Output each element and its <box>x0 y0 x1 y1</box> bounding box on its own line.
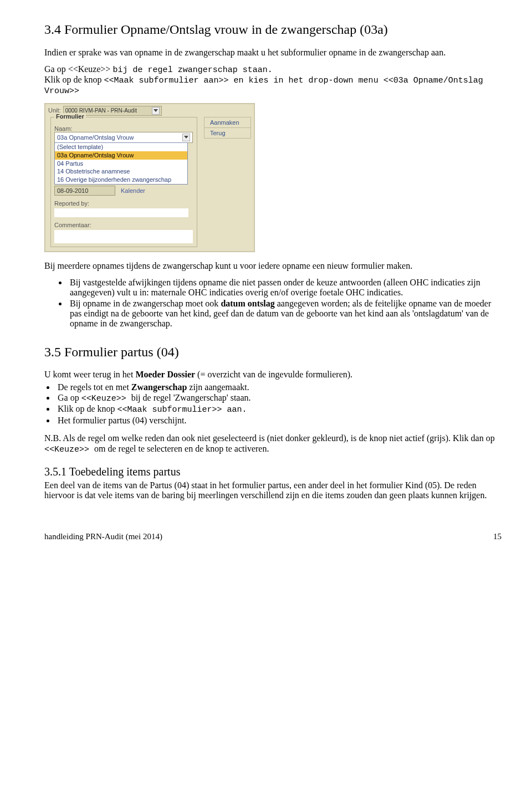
code-keuze-2: <<Keuze>> <box>44 445 94 454</box>
chevron-down-icon[interactable] <box>182 134 190 141</box>
naam-label: Naam: <box>54 125 193 132</box>
code-keuze: <<Keuze>> <box>81 394 131 403</box>
para-35a: U komt weer terug in het Moeder Dossier … <box>44 370 502 380</box>
screenshot-formulier: Unit: 0000 RIVM-PAN - PRN-Audit Formulie… <box>44 103 255 252</box>
footer-left: handleiding PRN-Audit (mei 2014) <box>44 532 162 541</box>
reported-by-input[interactable] <box>54 208 188 217</box>
combo-item[interactable]: 14 Obstetrische anamnese <box>55 167 187 176</box>
bullet-list-34: Bij vastgestelde afwijkingen tijdens opn… <box>44 278 502 329</box>
bold-datum-ontslag: datum ontslag <box>221 299 274 308</box>
bullet-list-35: De regels tot en met Zwangerschap zijn a… <box>44 382 502 426</box>
para-34d: Bij meerdere opnames tijdens de zwangers… <box>44 261 502 271</box>
combo-item[interactable]: (Select template) <box>55 143 187 151</box>
combo-item[interactable]: 04 Partus <box>55 160 187 168</box>
bold-zwangerschap: Zwangerschap <box>131 382 187 392</box>
li-text: zijn aangemaakt. <box>187 382 249 392</box>
para-35b-text2: om de regel te selecteren en de knop te … <box>94 444 269 453</box>
reported-date-field[interactable]: 08-09-2010 <box>54 186 115 196</box>
list-item: Het formulier partus (04) verschijnt. <box>55 416 502 426</box>
para-351: Een deel van de items van de Partus (04)… <box>44 480 502 501</box>
code-maak-subformulier: <<Maak subformulier>> aan. <box>117 405 247 415</box>
list-item: De regels tot en met Zwangerschap zijn a… <box>55 382 502 392</box>
li-text: bij de regel 'Zwangerschap' staan. <box>131 393 251 402</box>
list-item: Bij opname in de zwangerschap moet ook d… <box>68 299 502 329</box>
para-35b-text: N.B. Als de regel om welke reden dan ook… <box>44 433 495 443</box>
list-item: Bij vastgestelde afwijkingen tijdens opn… <box>68 278 502 298</box>
para-35b: N.B. Als de regel om welke reden dan ook… <box>44 433 502 454</box>
combo-selected: 03a Opname/Ontslag Vrouw <box>57 134 134 141</box>
combo-item[interactable]: 03a Opname/Ontslag Vrouw <box>55 151 187 160</box>
list-item: Klik op de knop <<Maak subformulier>> aa… <box>55 404 502 415</box>
footer-page-number: 15 <box>493 532 502 541</box>
heading-3-5: 3.5 Formulier partus (04) <box>44 345 502 360</box>
li-text: Klik op de knop <box>58 404 117 413</box>
combo-item[interactable]: 16 Overige bijzonderheden zwangerschap <box>55 176 187 184</box>
heading-3-5-1: 3.5.1 Toebedeling items partus <box>44 465 502 478</box>
kalender-link[interactable]: Kalender <box>121 187 145 195</box>
commentaar-label: Commentaar: <box>54 222 193 229</box>
li-text: Ga op <box>58 393 81 402</box>
para-34b-lead: Ga op <<Keuze>> <box>44 64 113 74</box>
combo-dropdown-list: (Select template) 03a Opname/Ontslag Vro… <box>54 142 188 184</box>
para-34c-lead: Klik op de knop <box>44 75 104 84</box>
para-34c-code: <<Maak subformulier aan>> en kies in het… <box>44 76 483 96</box>
li-text: Bij opname in de zwangerschap moet ook <box>70 299 221 308</box>
li-text: De regels tot en met <box>58 382 131 392</box>
group-title: Formulier <box>54 113 86 120</box>
terug-button[interactable]: Terug <box>204 127 251 139</box>
page-footer: handleiding PRN-Audit (mei 2014) 15 <box>44 532 502 541</box>
template-combobox[interactable]: 03a Opname/Ontslag Vrouw <box>54 132 193 143</box>
para-35a-3: (= overzicht van de ingevulde formuliere… <box>195 370 352 379</box>
bold-moeder-dossier: Moeder Dossier <box>135 370 195 379</box>
para-35a-1: U komt weer terug in het <box>44 370 135 379</box>
commentaar-textarea[interactable] <box>54 230 193 243</box>
para-34a: Indien er sprake was van opname in de zw… <box>44 48 502 58</box>
para-34b-code: bij de regel zwangerschap staan. <box>113 65 273 75</box>
aanmaken-button[interactable]: Aanmaken <box>204 117 251 128</box>
reported-by-label: Reported by: <box>54 200 193 207</box>
chevron-down-icon[interactable] <box>152 107 160 115</box>
para-34b: Ga op <<Keuze>> bij de regel zwangerscha… <box>44 64 502 96</box>
heading-3-4: 3.4 Formulier Opname/Ontslag vrouw in de… <box>44 22 502 38</box>
list-item: Ga op <<Keuze>> bij de regel 'Zwangersch… <box>55 393 502 403</box>
